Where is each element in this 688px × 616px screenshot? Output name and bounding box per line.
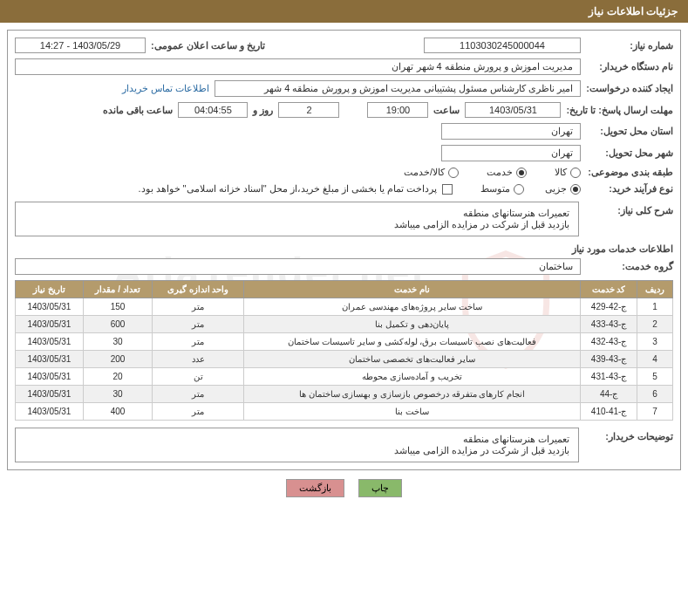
field-announce-date: 1403/05/29 - 14:27 <box>15 38 146 53</box>
summary-box: تعمیرات هنرستانهای منطقه بازدید قبل از ش… <box>15 202 579 236</box>
table-cell: ج-43-431 <box>581 368 637 386</box>
treasury-checkbox[interactable] <box>442 184 453 195</box>
label-time: ساعت <box>433 105 460 116</box>
services-table: ردیف کد خدمت نام خدمت واحد اندازه گیری ت… <box>15 280 673 421</box>
table-cell: 1403/05/31 <box>16 368 84 386</box>
table-cell: ج-43-432 <box>581 333 637 351</box>
table-row: 3ج-43-432فعالیت‌های نصب تاسیسات برق، لول… <box>16 333 673 351</box>
radio-service[interactable]: خدمت <box>487 167 527 178</box>
table-cell: 1403/05/31 <box>16 316 84 333</box>
radio-medium-label: متوسط <box>480 183 510 195</box>
table-cell: ساخت بنا <box>243 403 580 421</box>
table-cell: ساخت سایر پروژه‌های مهندسی عمران <box>243 298 580 316</box>
label-city: شهر محل تحویل: <box>586 147 673 159</box>
th-n: ردیف <box>637 281 673 298</box>
table-cell: فعالیت‌های نصب تاسیسات برق، لوله‌کشی و س… <box>243 333 580 351</box>
radio-partial[interactable]: جزیی <box>545 183 581 195</box>
radio-circle-checked-icon <box>570 184 581 195</box>
table-cell: تن <box>153 368 244 386</box>
table-cell: انجام کارهای متفرقه درخصوص بازسازی و بهس… <box>243 386 580 403</box>
field-deadline-date: 1403/05/31 <box>465 102 561 118</box>
row-summary: شرح کلی نیاز: تعمیرات هنرستانهای منطقه ب… <box>15 202 673 236</box>
table-row: 4ج-43-439سایر فعالیت‌های تخصصی ساختمانعد… <box>16 351 673 368</box>
table-row: 1ج-42-429ساخت سایر پروژه‌های مهندسی عمرا… <box>16 298 673 316</box>
table-cell: متر <box>153 333 244 351</box>
row-purchase-type: نوع فرآیند خرید: جزیی متوسط پرداخت تمام … <box>15 183 673 195</box>
th-unit: واحد اندازه گیری <box>153 281 244 298</box>
row-requester: ایجاد کننده درخواست: امیر ناظری کارشناس … <box>15 80 673 97</box>
main-panel: AriaTender.net شماره نیاز: 1103030245000… <box>7 30 681 470</box>
label-service-group: گروه خدمت: <box>586 261 673 272</box>
table-cell: متر <box>153 298 244 316</box>
row-buyer-notes: توضیحات خریدار: تعمیرات هنرستانهای منطقه… <box>15 428 673 462</box>
table-row: 2ج-43-433پایان‌دهی و تکمیل بنامتر6001403… <box>16 316 673 333</box>
row-deadline: مهلت ارسال پاسخ: تا تاریخ: 1403/05/31 سا… <box>15 102 673 118</box>
table-cell: ج-42-429 <box>581 298 637 316</box>
table-cell: 1403/05/31 <box>16 298 84 316</box>
summary-line1: تعمیرات هنرستانهای منطقه <box>24 208 569 219</box>
table-cell: 4 <box>637 351 673 368</box>
radio-circle-icon <box>448 168 459 178</box>
radio-circle-icon <box>570 168 581 178</box>
table-cell: 20 <box>83 368 152 386</box>
table-cell: 30 <box>83 333 152 351</box>
th-qty: تعداد / مقدار <box>83 281 152 298</box>
table-cell: تخریب و آماده‌سازی محوطه <box>243 368 580 386</box>
label-summary: شرح کلی نیاز: <box>586 202 673 216</box>
label-deadline: مهلت ارسال پاسخ: تا تاریخ: <box>566 105 673 116</box>
header-title: جزئیات اطلاعات نیاز <box>589 5 678 17</box>
table-header-row: ردیف کد خدمت نام خدمت واحد اندازه گیری ت… <box>16 281 673 298</box>
field-city: تهران <box>441 145 581 161</box>
table-cell: 1403/05/31 <box>16 351 84 368</box>
table-cell: 1403/05/31 <box>16 333 84 351</box>
field-buyer-org: مدیریت اموزش و پرورش منطقه 4 شهر تهران <box>15 58 581 75</box>
label-requester: ایجاد کننده درخواست: <box>586 83 673 94</box>
table-cell: 1403/05/31 <box>16 386 84 403</box>
table-cell: متر <box>153 403 244 421</box>
table-cell: ج-44 <box>581 386 637 403</box>
radio-goods-service[interactable]: کالا/خدمت <box>404 167 459 178</box>
label-need-no: شماره نیاز: <box>586 40 673 51</box>
th-name: نام خدمت <box>243 281 580 298</box>
table-cell: پایان‌دهی و تکمیل بنا <box>243 316 580 333</box>
label-remaining: ساعت باقی مانده <box>103 105 173 116</box>
label-purchase-type: نوع فرآیند خرید: <box>586 183 673 195</box>
radio-circle-checked-icon <box>516 168 527 178</box>
notes-line2: بازدید قبل از شرکت در مزایده الزامی میبا… <box>24 445 569 456</box>
row-city: شهر محل تحویل: تهران <box>15 145 673 161</box>
field-service-group: ساختمان <box>15 258 581 275</box>
row-province: استان محل تحویل: تهران <box>15 123 673 140</box>
field-need-no: 1103030245000044 <box>424 38 581 53</box>
buyer-contact-link[interactable]: اطلاعات تماس خریدار <box>122 83 209 94</box>
print-button[interactable]: چاپ <box>358 479 402 497</box>
table-cell: 1 <box>637 298 673 316</box>
table-cell: سایر فعالیت‌های تخصصی ساختمان <box>243 351 580 368</box>
service-info-title: اطلاعات خدمات مورد نیاز <box>15 243 673 255</box>
radio-goods-service-label: کالا/خدمت <box>404 167 445 178</box>
radio-medium[interactable]: متوسط <box>480 183 524 195</box>
field-province: تهران <box>441 123 581 140</box>
table-cell: 400 <box>83 403 152 421</box>
radio-circle-icon <box>514 184 524 195</box>
label-province: استان محل تحویل: <box>586 126 673 137</box>
table-cell: عدد <box>153 351 244 368</box>
table-cell: 200 <box>83 351 152 368</box>
button-row: چاپ بازگشت <box>0 479 688 497</box>
table-cell: 1403/05/31 <box>16 403 84 421</box>
back-button[interactable]: بازگشت <box>286 479 344 497</box>
label-subject-class: طبقه بندی موضوعی: <box>586 167 673 178</box>
label-days-and: روز و <box>253 105 273 116</box>
table-cell: ج-41-410 <box>581 403 637 421</box>
th-code: کد خدمت <box>581 281 637 298</box>
radio-service-label: خدمت <box>487 167 513 178</box>
label-buyer-notes: توضیحات خریدار: <box>586 428 673 442</box>
row-buyer-org: نام دستگاه خریدار: مدیریت اموزش و پرورش … <box>15 58 673 75</box>
table-cell: 600 <box>83 316 152 333</box>
table-cell: متر <box>153 316 244 333</box>
table-cell: 30 <box>83 386 152 403</box>
subject-class-radios: کالا خدمت کالا/خدمت <box>404 167 581 178</box>
field-remaining-time: 04:04:55 <box>178 102 248 118</box>
table-row: 6ج-44انجام کارهای متفرقه درخصوص بازسازی … <box>16 386 673 403</box>
radio-goods[interactable]: کالا <box>555 167 581 178</box>
table-cell: ج-43-439 <box>581 351 637 368</box>
